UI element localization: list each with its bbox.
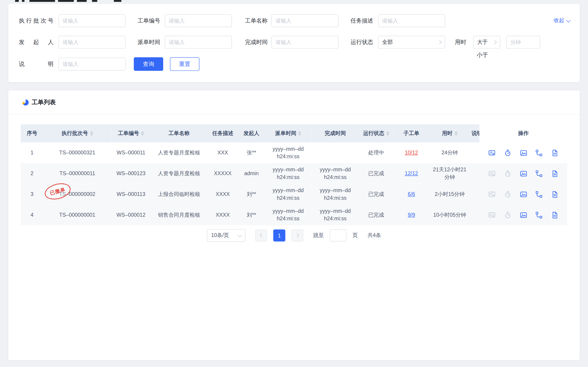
batch-input[interactable]	[59, 14, 126, 27]
collapse-toggle[interactable]: 收起	[554, 17, 570, 24]
cell-initiator: 张**	[238, 142, 265, 163]
cell-order-name: 上报合同临时检核	[151, 184, 207, 205]
clipped-glyph	[77, 0, 87, 2]
duration-label: 用时	[455, 36, 466, 49]
action-duration-button[interactable]	[504, 149, 512, 157]
cell-duration: 21天12小时21分钟	[429, 163, 470, 184]
suborder-link[interactable]: 10/12	[405, 150, 418, 156]
next-page-button[interactable]	[291, 230, 303, 242]
action-snapshot-button[interactable]	[519, 169, 528, 178]
table-row: 1 TS–000000321 WS–000011 人资专题月度检核 XXX 张*…	[21, 142, 567, 163]
dispatch-time-input[interactable]	[165, 36, 232, 49]
flow-icon	[535, 190, 543, 198]
action-reassign-button	[488, 169, 496, 178]
col-order-no[interactable]: 工单编号	[111, 124, 151, 142]
col-order-name: 工单名称	[151, 124, 207, 142]
query-button[interactable]: 查询	[134, 57, 163, 71]
task-desc-label: 任务描述	[338, 14, 373, 27]
cell-batch: TS–000000001	[43, 204, 111, 225]
clipped-glyph	[15, 0, 19, 2]
row-actions	[481, 169, 566, 178]
sort-icon	[298, 131, 301, 136]
reset-button[interactable]: 重置	[170, 57, 199, 71]
action-report-button[interactable]	[551, 169, 559, 178]
image-icon	[519, 190, 528, 198]
cell-task-desc: XXX	[207, 142, 238, 163]
row-actions	[481, 190, 566, 198]
cell-task-desc: XXXX	[207, 184, 238, 205]
table-row: 3 TS–000000002 WS–000113 上报合同临时检核 XXXX 刘…	[21, 184, 567, 205]
cell-index: 1	[21, 142, 43, 163]
flow-icon	[535, 169, 543, 178]
cell-dispatch-time: yyyy–mm–dd h24:mi:ss	[265, 204, 312, 225]
order-name-label: 工单名称	[233, 14, 268, 27]
action-snapshot-button[interactable]	[519, 149, 528, 157]
order-name-input[interactable]	[271, 14, 338, 27]
cell-duration: 2小时15分钟	[429, 184, 470, 205]
initiator-label: 发起人	[19, 36, 53, 49]
collapse-label: 收起	[554, 17, 564, 24]
suborder-link[interactable]: 9/9	[408, 212, 415, 218]
duration-op-alt-label: 小于	[477, 52, 488, 59]
action-report-button[interactable]	[551, 211, 559, 219]
document-icon	[551, 211, 559, 219]
order-no-input[interactable]	[165, 14, 232, 27]
cell-order-no: WS–000123	[111, 163, 151, 184]
duration-minutes-input[interactable]	[506, 36, 540, 49]
pie-chart-icon	[22, 99, 29, 106]
col-duration[interactable]: 用时	[429, 124, 470, 142]
suborder-link[interactable]: 6/6	[408, 191, 415, 197]
cell-dispatch-time: yyyy–mm–dd h24:mi:ss	[265, 142, 312, 163]
sort-icon	[141, 131, 144, 136]
suborder-link[interactable]: 12/12	[405, 170, 418, 176]
cell-initiator: 刘**	[238, 184, 265, 205]
action-report-button[interactable]	[551, 149, 559, 157]
jump-page-input[interactable]	[330, 230, 346, 242]
run-status-value: 全部	[382, 39, 393, 46]
initiator-input[interactable]	[59, 36, 126, 49]
action-flow-button[interactable]	[535, 149, 543, 157]
page-size-select[interactable]: 10条/页	[207, 229, 245, 242]
col-batch[interactable]: 执行批次号	[43, 124, 111, 142]
remark-input[interactable]	[59, 58, 126, 70]
duration-op-select[interactable]: 大于	[473, 36, 500, 49]
action-flow-button[interactable]	[535, 211, 543, 219]
list-title: 工单列表	[32, 99, 56, 107]
table-row: 4 TS–000000001 WS–000012 销售合同月度检核 XXXX 刘…	[21, 204, 567, 225]
sort-icon	[454, 131, 457, 136]
table-row: 2 TS–000000011 WS–000123 人资专题月度检核 XXXXX …	[21, 163, 567, 184]
prev-page-button[interactable]	[255, 230, 267, 242]
pagination: 10条/页 1 跳至 页 共4条	[8, 229, 580, 242]
table-header-row: 序号 执行批次号 工单编号 工单名称 任务描述 发起人 派单时间 完成时间 运行…	[21, 124, 567, 142]
form-arrow-icon	[488, 149, 496, 157]
action-flow-button[interactable]	[535, 190, 543, 198]
task-desc-input[interactable]	[378, 14, 445, 27]
action-reassign-button	[488, 190, 496, 198]
clipped-top-content	[0, 0, 588, 3]
chevron-right-icon	[437, 40, 442, 44]
form-arrow-icon	[488, 211, 496, 219]
action-report-button[interactable]	[551, 190, 559, 198]
run-status-select[interactable]: 全部	[378, 36, 445, 49]
cell-order-no: WS–000113	[111, 184, 151, 205]
cell-remark	[470, 184, 480, 205]
col-task-desc: 任务描述	[207, 124, 238, 142]
page: 执行批次号 工单编号 工单名称 任务描述 收起 发起人 派单时间 完成时间 运行…	[0, 0, 588, 367]
action-snapshot-button[interactable]	[519, 190, 528, 198]
col-suborders: 子工单	[394, 124, 429, 142]
action-duration-button	[504, 190, 512, 198]
finish-time-input[interactable]	[271, 36, 338, 49]
action-snapshot-button[interactable]	[519, 211, 528, 219]
cell-status: 已完成	[359, 184, 394, 205]
current-page-button[interactable]: 1	[273, 230, 285, 242]
col-dispatch-time[interactable]: 派单时间	[265, 124, 312, 142]
action-flow-button[interactable]	[535, 169, 543, 178]
form-arrow-icon	[488, 169, 496, 178]
stopwatch-icon	[504, 149, 512, 157]
action-reassign-button[interactable]	[488, 149, 496, 157]
flow-icon	[535, 149, 543, 157]
cell-dispatch-time: yyyy–mm–dd h24:mi:ss	[265, 163, 312, 184]
list-header: 工单列表	[8, 91, 580, 115]
col-status[interactable]: 运行状态	[359, 124, 394, 142]
finish-time-label: 完成时间	[233, 36, 268, 49]
